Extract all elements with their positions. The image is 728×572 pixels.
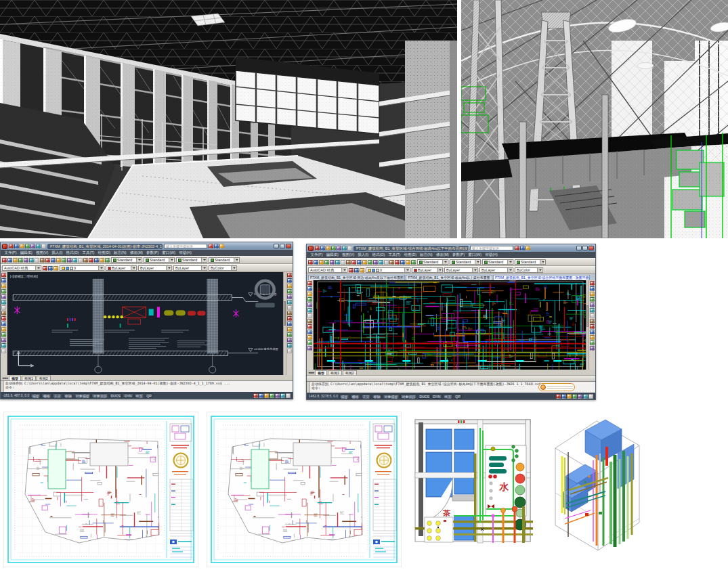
toolbar-icon[interactable] xyxy=(18,258,23,263)
toolbar-icon[interactable] xyxy=(373,260,378,265)
toolbar-icon[interactable] xyxy=(395,260,400,265)
toolbar-icon[interactable] xyxy=(287,284,292,288)
menu-item-2[interactable]: 视图(V) xyxy=(340,252,356,257)
toolbar-icon[interactable] xyxy=(78,258,83,263)
minimize-button[interactable] xyxy=(274,244,279,248)
toolbar-icon[interactable] xyxy=(561,394,566,399)
layout-tab-0[interactable]: 模型 xyxy=(315,370,327,375)
toolbar-icon[interactable] xyxy=(590,346,595,351)
toolbar-icon[interactable] xyxy=(275,393,280,398)
toolbar-icon[interactable] xyxy=(9,244,14,248)
menu-item-5[interactable]: 工具(T) xyxy=(387,252,402,257)
menu-item-9[interactable]: 参数(P) xyxy=(450,252,466,257)
toolbar-icon[interactable] xyxy=(72,258,77,263)
title-bar[interactable]: F7XM_建筑机电_B1_食堂区域-综合管线-标高4m以下平面布置图(改图)-J… xyxy=(307,244,595,252)
toolbar-icon[interactable] xyxy=(351,260,356,265)
toolbar-icon[interactable] xyxy=(1,349,6,353)
menu-item-1[interactable]: 编辑(E) xyxy=(324,252,340,257)
command-prompt[interactable]: 命令: xyxy=(5,386,291,390)
status-toggle-3[interactable]: 极轴 xyxy=(372,394,382,399)
table-style-dropdown[interactable]: Standard xyxy=(482,259,513,265)
menu-bar[interactable]: 文件(F)编辑(E)视图(V)插入(I)格式(O)工具(T)绘图(D)标注(N)… xyxy=(1,250,293,256)
menu-item-8[interactable]: 修改(M) xyxy=(434,252,450,257)
toolbar-icon[interactable] xyxy=(590,319,595,324)
toolbar-icon[interactable] xyxy=(56,258,61,263)
menu-bar[interactable]: 文件(F)编辑(E)视图(V)插入(I)格式(O)工具(T)绘图(D)标注(N)… xyxy=(307,252,595,258)
toolbar-icon[interactable] xyxy=(36,244,41,248)
status-toggle-6[interactable]: DUCS xyxy=(418,394,431,399)
toolbar-icon[interactable] xyxy=(515,246,519,250)
color-dropdown[interactable]: ByLayer xyxy=(412,267,443,273)
toolbar-icon[interactable] xyxy=(1,322,6,326)
toolbar-icon[interactable] xyxy=(314,260,318,265)
title-bar[interactable]: F7XM_建筑结构_B1_食堂区域_2014-04-01(改图)-副本-JN23… xyxy=(1,242,293,250)
toolbar-icon[interactable] xyxy=(347,246,352,250)
toolbar-icon[interactable] xyxy=(287,332,292,337)
layout-tabs[interactable]: ◂◂ ▸▸模型布局1布局2 xyxy=(1,375,293,380)
toolbar-icon[interactable] xyxy=(1,273,6,278)
toolbar-icon[interactable] xyxy=(48,266,53,271)
toolbar-icon[interactable] xyxy=(346,260,351,265)
menu-item-7[interactable]: 标注(N) xyxy=(112,250,129,255)
menu-item-4[interactable]: 格式(O) xyxy=(64,250,81,255)
chevron-down-icon[interactable] xyxy=(442,260,447,264)
toolbar-icon[interactable] xyxy=(287,289,292,294)
drawing-tab-1[interactable]: F7XM_建筑结构_B1_食堂区域-周边-标高4m及以下墙柱布置图 xyxy=(308,275,405,280)
toolbar-icon[interactable] xyxy=(379,260,383,265)
draw-toolbar[interactable] xyxy=(1,272,7,375)
toolbar-icon[interactable] xyxy=(330,260,335,265)
layout-tab-1[interactable]: 布局1 xyxy=(22,376,36,380)
toolbar-icon[interactable] xyxy=(307,346,312,351)
toolbar-icon[interactable] xyxy=(287,349,292,353)
toolbar-icon[interactable] xyxy=(590,330,595,334)
drawing-tab-3-active[interactable]: F7XM_建筑机电_B1_食堂区域-综合管线平面布置图 - 改图平面 xyxy=(493,275,590,280)
drawing-file-tabs[interactable]: F7XM_建筑结构_B1_食堂区域-周边-标高4m及以下墙柱布置图 F7XM_建… xyxy=(307,274,595,280)
toolbar-icon[interactable] xyxy=(1,305,6,310)
toolbar-icon[interactable] xyxy=(362,260,367,265)
toolbar-icon[interactable] xyxy=(270,393,274,398)
chevron-down-icon[interactable] xyxy=(472,268,477,272)
toolbar-icon[interactable] xyxy=(94,258,99,263)
notification-balloon[interactable] xyxy=(538,383,575,391)
plotstyle-dropdown[interactable]: ByColor xyxy=(209,265,237,271)
toolbar-icon[interactable] xyxy=(590,340,595,345)
layout-tab-0[interactable]: 模型 xyxy=(9,376,21,380)
color-dropdown[interactable]: ByLayer xyxy=(106,265,137,271)
menu-item-10[interactable]: 窗口(W) xyxy=(160,250,177,255)
toolbar-icon[interactable] xyxy=(214,244,219,248)
toolbar-icon[interactable] xyxy=(24,258,28,263)
layout-tab-2[interactable]: 布局2 xyxy=(343,370,357,375)
toolbar-icon[interactable] xyxy=(588,394,593,399)
toolbar-icon[interactable] xyxy=(1,300,6,305)
toolbar-icon[interactable] xyxy=(331,246,336,250)
toolbar-icon[interactable] xyxy=(357,260,362,265)
toolbar-icon[interactable] xyxy=(287,278,292,283)
chevron-down-icon[interactable] xyxy=(166,266,171,270)
modify-toolbar[interactable] xyxy=(286,272,293,375)
toolbar-icon[interactable] xyxy=(307,281,312,286)
toolbar-icon[interactable] xyxy=(253,393,258,398)
text-style-dropdown[interactable]: Standard xyxy=(111,257,142,263)
toolbar-icon[interactable] xyxy=(307,335,312,340)
tab-nav-arrows[interactable]: ◂◂ ▸▸ xyxy=(2,376,8,380)
menu-item-4[interactable]: 格式(O) xyxy=(370,252,387,257)
toolbar-icon[interactable] xyxy=(1,327,6,332)
menu-item-10[interactable]: 窗口(W) xyxy=(467,252,484,257)
menu-item-11[interactable]: 帮助(H) xyxy=(177,250,194,255)
toolbar-icon[interactable] xyxy=(209,244,213,248)
toolbar-icon[interactable] xyxy=(389,260,394,265)
toolbar-icon[interactable] xyxy=(307,330,312,334)
maximize-button[interactable] xyxy=(280,244,285,248)
toolbar-icon[interactable] xyxy=(67,258,72,263)
toolbar-icon[interactable] xyxy=(341,260,345,265)
menu-item-3[interactable]: 插入(I) xyxy=(50,250,64,255)
menu-item-9[interactable]: 参数(P) xyxy=(144,250,160,255)
lineweight-dropdown[interactable]: ByLayer xyxy=(479,267,513,273)
toolbar-icon[interactable] xyxy=(590,292,595,296)
status-toggle-5[interactable]: 对象追踪 xyxy=(400,394,417,399)
layout-tab-2[interactable]: 布局2 xyxy=(37,376,51,380)
layer-tool-icons[interactable] xyxy=(349,268,364,273)
lineweight-dropdown[interactable]: ByLayer xyxy=(173,265,207,271)
toolbar-icon[interactable] xyxy=(590,335,595,340)
navigation-wheel[interactable] xyxy=(255,281,275,307)
